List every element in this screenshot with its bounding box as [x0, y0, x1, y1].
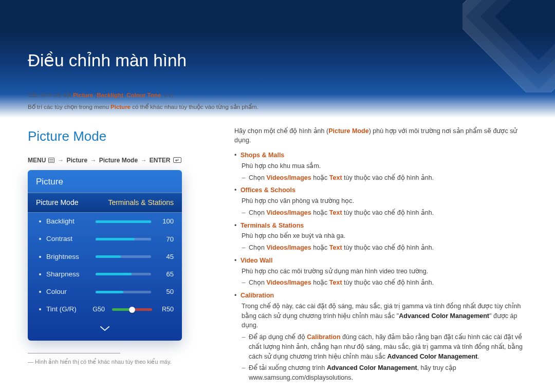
menu-icon [48, 158, 54, 163]
sub-item: Để tải xuống chương trình Advanced Color… [242, 363, 527, 383]
osd-panel: Picture Picture Mode Terminals & Station… [28, 170, 182, 341]
highlight-text: Text [329, 209, 342, 216]
osd-selected-value: Terminals & Stations [108, 197, 174, 208]
breadcrumb-sep: → [58, 157, 64, 164]
slider-knob[interactable] [129, 307, 135, 313]
osd-item-label: Brightness [46, 252, 94, 262]
mode-desc: Trong chế độ này, các cài đặt độ sáng, m… [242, 302, 527, 330]
mode-sublist: Chọn Videos/Images hoặc Text tùy thuộc v… [242, 208, 527, 218]
breadcrumb-enter: ENTER [150, 157, 171, 164]
highlight-videos-images: Videos/Images [266, 279, 311, 286]
bullet: • [234, 292, 236, 299]
mode-name: Offices & Schools [240, 186, 295, 194]
mode-sublist: Để áp dụng chế độ Calibration đúng cách,… [242, 332, 527, 383]
tint-slider[interactable] [112, 308, 152, 311]
right-column: Hãy chọn một chế độ hình ảnh (Picture Mo… [234, 126, 527, 386]
mode-sublist: Chọn Videos/Images hoặc Text tùy thuộc v… [242, 173, 527, 183]
slider[interactable] [96, 220, 151, 223]
text: hoặc [311, 244, 329, 251]
osd-item-label: Sharpness [46, 269, 94, 279]
slider[interactable] [96, 238, 151, 240]
osd-item-label: Contrast [46, 234, 94, 244]
slider-fill [96, 220, 151, 223]
slider-fill [96, 273, 132, 275]
text: tùy thuộc vào chế độ hình ảnh. [342, 244, 434, 251]
text: tùy thuộc vào chế độ hình ảnh. [342, 174, 434, 181]
enter-icon [173, 157, 181, 163]
osd-header: Picture [28, 170, 182, 193]
dot-icon [39, 291, 41, 293]
footnote-rule [28, 353, 120, 353]
mode-desc: Phù hợp cho khu mua sắm. [242, 161, 527, 171]
osd-item-label: Backlight [46, 216, 94, 227]
highlight-videos-images: Videos/Images [266, 174, 311, 181]
bullet: • [234, 186, 236, 194]
text: , v.v). [161, 92, 175, 98]
mode-desc: Phù hợp cho bến xe buýt và nhà ga. [242, 231, 527, 241]
page-content: Điều chỉnh màn hình Cấu hình cài đặt Pic… [0, 0, 555, 392]
strong-acm: Advanced Color Management [327, 364, 417, 371]
mode-name: Shops & Malls [240, 152, 284, 159]
bullet: • [234, 152, 236, 159]
osd-item-label: Tint (G/R) [46, 304, 87, 314]
osd-item[interactable]: Backlight100 [28, 213, 182, 230]
osd-scroll-down[interactable] [28, 319, 182, 341]
osd-item[interactable]: Brightness45 [28, 248, 182, 266]
highlight-picture: Picture [73, 92, 93, 98]
osd-item-value: 70 [156, 234, 174, 245]
highlight-text: Text [329, 279, 342, 286]
text: Chọn [249, 209, 266, 216]
slider[interactable] [96, 255, 151, 258]
osd-item[interactable]: Contrast70 [28, 230, 182, 248]
mode-desc: Phù hợp cho văn phòng và trường học. [242, 196, 527, 206]
dot-icon [39, 220, 41, 222]
bullet: • [234, 257, 236, 264]
mode-item: • Terminals & StationsPhù hợp cho bến xe… [234, 221, 527, 253]
osd-item-value: 45 [156, 252, 174, 262]
sub-item: Để áp dụng chế độ Calibration đúng cách,… [242, 332, 527, 361]
mode-name: Video Wall [240, 257, 273, 264]
osd-item[interactable]: Colour50 [28, 283, 182, 301]
mode-sublist: Chọn Videos/Images hoặc Text tùy thuộc v… [242, 243, 527, 253]
strong-acm: Advanced Color Management [399, 312, 489, 320]
text: Bố trí các tùy chọn trong menu [28, 104, 110, 110]
text: Cấu hình cài đặt [28, 92, 73, 98]
lead-paragraph: Hãy chọn một chế độ hình ảnh (Picture Mo… [234, 126, 527, 146]
tint-g-value: G50 [87, 305, 105, 314]
osd-item[interactable]: Sharpness65 [28, 266, 182, 283]
tint-r-value: R50 [156, 305, 174, 314]
highlight-text: Text [329, 244, 342, 251]
text: hoặc [311, 174, 329, 181]
dot-icon [39, 256, 41, 258]
bullet: • [234, 222, 236, 229]
osd-selected-row[interactable]: Picture Mode Terminals & Stations [28, 193, 182, 213]
highlight-picture: Picture [110, 104, 131, 110]
strong-acm: Advanced Color Management [387, 353, 478, 360]
slider[interactable] [96, 291, 151, 293]
mode-item: • Shops & MallsPhù hợp cho khu mua sắm.C… [234, 151, 527, 182]
osd-item-value: 65 [156, 269, 174, 279]
text: hoặc [311, 209, 329, 216]
text: Hãy chọn một chế độ hình ảnh ( [234, 127, 328, 135]
osd-item-label: Colour [46, 287, 94, 297]
sub-item: Chọn Videos/Images hoặc Text tùy thuộc v… [242, 278, 527, 288]
slider[interactable] [96, 273, 151, 275]
intro-line-1: Cấu hình cài đặt Picture (Backlight, Col… [28, 91, 527, 100]
osd-selected-label: Picture Mode [36, 197, 78, 208]
slider-fill [96, 291, 123, 293]
highlight-videos-images: Videos/Images [266, 244, 311, 251]
highlight-picture-mode: Picture Mode [328, 127, 369, 135]
osd-item-tint[interactable]: Tint (G/R) G50 R50 [28, 301, 182, 318]
mode-item: • Video WallPhù hợp cho các môi trường s… [234, 256, 527, 288]
menu-breadcrumb: MENU → Picture → Picture Mode → ENTER [28, 156, 218, 165]
section-title: Picture Mode [28, 126, 218, 146]
intro-line-2: Bố trí các tùy chọn trong menu Picture c… [28, 103, 527, 111]
osd-item-value: 50 [156, 287, 174, 297]
text: Chọn [249, 279, 266, 286]
mode-item: • Offices & SchoolsPhù hợp cho văn phòng… [234, 185, 527, 217]
page-title: Điều chỉnh màn hình [28, 47, 517, 73]
dot-icon [39, 273, 41, 275]
breadcrumb-item: Picture [66, 157, 87, 164]
breadcrumb-sep: → [90, 157, 96, 164]
highlight-text: Text [329, 174, 342, 181]
